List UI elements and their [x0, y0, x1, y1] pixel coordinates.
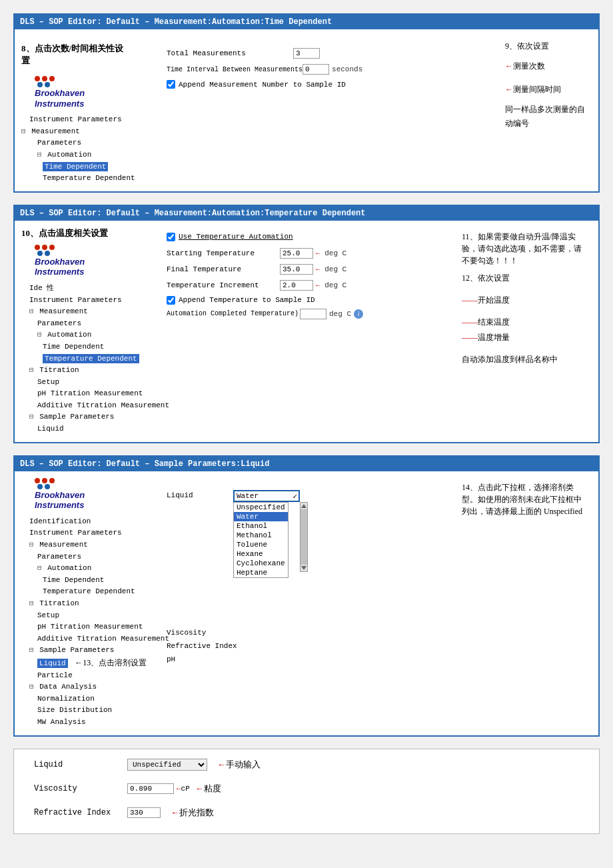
auto-completed-input[interactable] [300, 309, 326, 319]
panel1-annot-3: ←测量间隔时间 [505, 83, 592, 97]
tree3-tempdep[interactable]: Temperature Dependent [35, 586, 155, 598]
tree2-sample[interactable]: ⊟ Sample Parameters [21, 411, 155, 423]
liquid-option-methanol[interactable]: Methanol [234, 531, 288, 540]
tree3-setup[interactable]: Setup [29, 610, 155, 622]
panel2-content: Use Temperature Automation Starting Temp… [161, 227, 452, 435]
temp-increment-input[interactable] [280, 280, 313, 291]
scroll-down-icon[interactable] [301, 566, 306, 570]
append-measurement-checkbox[interactable] [167, 80, 175, 89]
panel3-tree: Identification Instrument Parameters ⊟ M… [21, 516, 155, 729]
panel2-tree: Ide 性 Instrument Parameters ⊟ Measuremen… [21, 283, 155, 435]
final-temp-row: Final Temperature ← deg C [167, 264, 446, 275]
logo1-line2: Instruments [35, 99, 84, 109]
liquid-row: Liquid Water ✓ Unspecified Water Ethanol [167, 490, 446, 572]
start-temp-unit: ← deg C [316, 249, 346, 257]
viscosity-annot-label: 粘度 [204, 783, 221, 793]
tree3-instr[interactable]: Instrument Parameters [21, 527, 155, 539]
logo2-text: Brookhaven Instruments [35, 257, 155, 277]
tree2-params[interactable]: Parameters [29, 318, 155, 330]
logo-dot-5 [45, 82, 50, 87]
panel2-annot-auto: 自动添加温度到样品名称中 [462, 353, 588, 365]
tree-instrument-params[interactable]: Instrument Parameters [21, 114, 155, 126]
temp-increment-row: Temperature Increment ← deg C [167, 280, 446, 291]
total-measurements-input[interactable] [293, 48, 320, 59]
time-interval-input[interactable] [303, 64, 329, 75]
tree2-ide[interactable]: Ide 性 [21, 283, 155, 295]
liquid-dropdown-header[interactable]: Water ✓ [233, 490, 300, 502]
tree3-additive[interactable]: Additive Titration Measurement [29, 633, 155, 645]
logo2-dot-1 [35, 245, 40, 250]
tree2-instr[interactable]: Instrument Parameters [21, 295, 155, 307]
time-interval-label: Time Interval Between Measurements [167, 66, 303, 73]
tree3-timedep[interactable]: Time Dependent [35, 575, 155, 587]
tree-measurement[interactable]: ⊟ Measurement [21, 126, 155, 138]
tree3-norm[interactable]: Normalization [29, 693, 155, 705]
panel4: Liquid Unspecified Water Ethanol ←手动输入 V… [13, 749, 600, 834]
liquid-option-toluene[interactable]: Toluene [234, 540, 288, 549]
liquid-option-unspecified[interactable]: Unspecified [234, 503, 288, 512]
p4-manual-annot: ←手动输入 [217, 759, 261, 771]
tree-time-dependent[interactable]: Time Dependent [35, 161, 155, 173]
p4-viscosity-label: Viscosity [34, 784, 127, 793]
tree3-params[interactable]: Parameters [29, 551, 155, 563]
tree2-titration[interactable]: ⊟ Titration [21, 365, 155, 377]
tree2-setup[interactable]: Setup [29, 377, 155, 389]
append-temp-checkbox[interactable] [167, 296, 175, 305]
tree3-liquid[interactable]: Liquid ←13、点击溶剂设置 [29, 657, 155, 670]
list-scrollbar[interactable] [300, 502, 308, 572]
total-measurements-label: Total Measurements [167, 49, 293, 57]
tree2-meas[interactable]: ⊟ Measurement [21, 306, 155, 318]
tree3-auto[interactable]: ⊟ Automation [29, 563, 155, 575]
tree3-particle[interactable]: Particle [29, 670, 155, 682]
scroll-thumb [301, 509, 307, 565]
tree2-auto[interactable]: ⊟ Automation [29, 329, 155, 341]
liquid-option-cyclohexane[interactable]: Cyclohexane [234, 559, 288, 568]
tree3-meas[interactable]: ⊟ Measurement [21, 539, 155, 551]
viscosity-row: Viscosity [167, 629, 446, 637]
tree3-titration[interactable]: ⊟ Titration [21, 598, 155, 610]
tree-temp-dependent[interactable]: Temperature Dependent [35, 173, 155, 185]
logo2-dot-3 [49, 245, 55, 250]
panel3-title: DLS – SOP Editor: Default – Sample Param… [15, 457, 598, 471]
tree2-timedep[interactable]: Time Dependent [35, 341, 155, 353]
liquid-option-hexane[interactable]: Hexane [234, 549, 288, 559]
start-temp-label: Starting Temperature [167, 249, 280, 257]
p4-viscosity-input[interactable] [127, 783, 174, 794]
start-temp-input[interactable] [280, 248, 313, 259]
liquid-checkmark-icon: ✓ [293, 492, 297, 501]
p4-refractive-input[interactable] [127, 807, 161, 818]
tree3-data[interactable]: ⊟ Data Analysis [21, 681, 155, 693]
panel3-wrapper: DLS – SOP Editor: Default – Sample Param… [13, 455, 600, 737]
final-temp-input[interactable] [280, 264, 313, 275]
scroll-up-icon[interactable] [301, 504, 306, 508]
panel2-annot-1: 11、如果需要做自动升温/降温实验，请勾选此选项，如不需要，请不要勾选！！！ [462, 231, 588, 267]
panel2-wrapper: DLS – SOP Editor: Default – Measurement:… [13, 205, 600, 443]
use-temp-auto-checkbox[interactable] [167, 233, 175, 241]
tree-parameters[interactable]: Parameters [29, 137, 155, 149]
tree3-sample[interactable]: ⊟ Sample Parameters [21, 645, 155, 657]
p4-liquid-select[interactable]: Unspecified Water Ethanol [127, 759, 207, 771]
append-temp-row: Append Temperature to Sample ID [167, 296, 446, 305]
tree2-ph[interactable]: pH Titration Measurement [29, 388, 155, 400]
tree3-sizedist[interactable]: Size Distribution [29, 705, 155, 717]
tree2-tempdep[interactable]: Temperature Dependent [35, 353, 155, 365]
liquid-option-ethanol[interactable]: Ethanol [234, 521, 288, 531]
logo2-dot-4 [37, 251, 43, 256]
tree-automation[interactable]: ⊟ Automation [29, 149, 155, 161]
final-temp-unit: ← deg C [316, 265, 346, 273]
tree3-ident[interactable]: Identification [21, 516, 155, 528]
tree3-ph[interactable]: pH Titration Measurement [29, 621, 155, 633]
logo3-line2: Instruments [35, 500, 84, 510]
panel2: DLS – SOP Editor: Default – Measurement:… [13, 205, 600, 443]
panel1: DLS – SOP Editor: Default – Measurement:… [13, 13, 600, 193]
info-icon[interactable]: i [354, 309, 363, 319]
p4-viscosity-row: Viscosity ←cP ←粘度 [34, 783, 586, 795]
liquid-option-heptane[interactable]: Heptane [234, 568, 288, 577]
tree2-liquid[interactable]: Liquid [29, 423, 155, 435]
tree2-additive[interactable]: Additive Titration Measurement [29, 400, 155, 412]
tree3-mw[interactable]: MW Analysis [29, 717, 155, 729]
liquid-option-water[interactable]: Water [234, 512, 288, 521]
panel2-annot-inc: ——温度增量 [462, 331, 588, 343]
viscosity-label: Viscosity [167, 629, 233, 637]
logo2-line2: Instruments [35, 267, 84, 277]
